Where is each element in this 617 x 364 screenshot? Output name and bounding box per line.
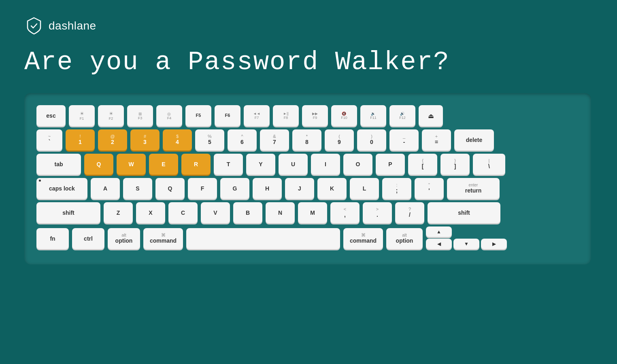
key-t[interactable]: T: [214, 154, 243, 175]
key-s[interactable]: S: [123, 178, 152, 199]
header: dashlane: [24, 16, 96, 36]
key-ctrl[interactable]: ctrl: [72, 228, 104, 249]
key-9[interactable]: ( 9: [325, 129, 354, 150]
brand-name: dashlane: [49, 19, 96, 32]
key-f8[interactable]: ►||F8: [273, 105, 299, 126]
key-n[interactable]: N: [266, 202, 295, 223]
key-alt-left[interactable]: alt option: [108, 228, 140, 249]
key-z[interactable]: Z: [104, 202, 133, 223]
key-delete[interactable]: delete: [454, 129, 494, 150]
key-slash[interactable]: ? /: [395, 202, 424, 223]
key-m[interactable]: M: [298, 202, 327, 223]
key-caps-lock[interactable]: caps lock: [36, 178, 87, 199]
key-backslash[interactable]: | \: [473, 154, 505, 175]
arrow-bottom-row: ◀ ▼ ▶: [426, 239, 507, 249]
asdf-row: caps lock A S Q F G H J K L : ;: [36, 178, 579, 199]
page-headline: Are you a Password Walker?: [24, 48, 450, 77]
key-spacebar[interactable]: [186, 228, 340, 249]
key-e[interactable]: E: [149, 154, 178, 175]
key-eject[interactable]: ⏏: [419, 105, 443, 126]
zxcv-row: shift Z X C V B N M < , > .: [36, 202, 579, 223]
key-equals[interactable]: + =: [422, 129, 451, 150]
key-arrow-up[interactable]: ▲: [426, 226, 452, 237]
key-f5[interactable]: F5: [185, 105, 211, 126]
key-minus[interactable]: _ -: [389, 129, 419, 150]
key-f2[interactable]: ☀F2: [98, 105, 124, 126]
key-5[interactable]: % 5: [195, 129, 224, 150]
key-p[interactable]: P: [376, 154, 405, 175]
key-8[interactable]: * 8: [292, 129, 321, 150]
arrow-up-row: ▲: [426, 226, 507, 237]
key-close-bracket[interactable]: } ]: [440, 154, 470, 175]
key-v[interactable]: V: [201, 202, 230, 223]
key-quote[interactable]: " ': [415, 178, 444, 199]
key-r[interactable]: R: [181, 154, 211, 175]
key-k[interactable]: K: [317, 178, 347, 199]
key-f7[interactable]: ◄◄F7: [244, 105, 270, 126]
key-i[interactable]: I: [311, 154, 340, 175]
key-h[interactable]: H: [253, 178, 282, 199]
key-f[interactable]: F: [188, 178, 217, 199]
key-tab[interactable]: tab: [36, 154, 81, 175]
caps-lock-indicator: [39, 180, 41, 182]
key-f11[interactable]: 🔉F11: [360, 105, 386, 126]
key-b[interactable]: B: [233, 202, 262, 223]
arrow-keys-group: ▲ ◀ ▼ ▶: [426, 226, 507, 249]
key-o[interactable]: O: [343, 154, 372, 175]
key-7[interactable]: & 7: [260, 129, 289, 150]
dashlane-logo-icon: [24, 16, 44, 36]
key-u[interactable]: U: [279, 154, 308, 175]
key-1[interactable]: ! 1: [66, 129, 95, 150]
key-f6[interactable]: F6: [215, 105, 240, 126]
key-f10[interactable]: 🔇F10: [331, 105, 357, 126]
keyboard: esc ☀F1 ☀F2 ⊞F3 ◎F4 F5 F6 ◄◄F7 ►||F8 ▶▶F…: [24, 93, 591, 265]
key-d[interactable]: Q: [155, 178, 185, 199]
key-tilde[interactable]: ~ `: [36, 129, 62, 150]
key-3[interactable]: # 3: [130, 129, 160, 150]
key-6[interactable]: ^ 6: [228, 129, 257, 150]
key-j[interactable]: J: [285, 178, 314, 199]
key-comma[interactable]: < ,: [330, 202, 360, 223]
key-alt-right[interactable]: alt option: [386, 228, 423, 249]
fn-key-row: esc ☀F1 ☀F2 ⊞F3 ◎F4 F5 F6 ◄◄F7 ►||F8 ▶▶F…: [36, 105, 579, 126]
key-f4[interactable]: ◎F4: [156, 105, 182, 126]
key-f1[interactable]: ☀F1: [69, 105, 95, 126]
key-a[interactable]: A: [91, 178, 120, 199]
key-4[interactable]: $ 4: [163, 129, 192, 150]
key-arrow-down[interactable]: ▼: [453, 239, 479, 249]
key-arrow-left[interactable]: ◀: [426, 239, 452, 249]
key-w[interactable]: W: [117, 154, 146, 175]
key-l[interactable]: L: [350, 178, 379, 199]
key-x[interactable]: X: [136, 202, 165, 223]
number-row: ~ ` ! 1 @ 2 # 3 $ 4 % 5 ^ 6 & 7: [36, 129, 579, 150]
key-c[interactable]: C: [168, 202, 198, 223]
key-shift-right[interactable]: shift: [428, 202, 500, 223]
key-f12[interactable]: 🔊F12: [389, 105, 415, 126]
key-f3[interactable]: ⊞F3: [127, 105, 153, 126]
key-esc[interactable]: esc: [36, 105, 66, 126]
key-semicolon[interactable]: : ;: [382, 178, 411, 199]
key-enter[interactable]: enter return: [447, 178, 500, 199]
key-cmd-right[interactable]: ⌘ command: [343, 228, 383, 249]
key-shift-left[interactable]: shift: [36, 202, 100, 223]
bottom-row: fn ctrl alt option ⌘ command ⌘ command a…: [36, 226, 579, 249]
key-q[interactable]: Q: [84, 154, 113, 175]
qwerty-row: tab Q W E R T Y U I O P: [36, 154, 579, 175]
key-f9[interactable]: ▶▶F9: [302, 105, 328, 126]
key-0[interactable]: ) 0: [357, 129, 386, 150]
key-g[interactable]: G: [220, 178, 249, 199]
key-fn[interactable]: fn: [36, 228, 69, 249]
key-cmd-left[interactable]: ⌘ command: [143, 228, 183, 249]
key-2[interactable]: @ 2: [98, 129, 127, 150]
key-period[interactable]: > .: [363, 202, 392, 223]
key-arrow-right[interactable]: ▶: [481, 239, 507, 249]
key-y[interactable]: Y: [246, 154, 275, 175]
key-open-bracket[interactable]: { [: [408, 154, 437, 175]
